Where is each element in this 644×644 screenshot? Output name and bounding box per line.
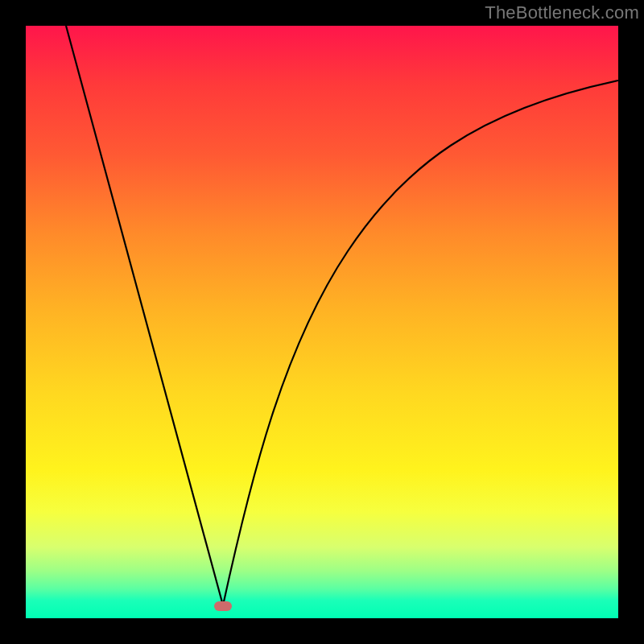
watermark: TheBottleneck.com [485,2,639,23]
optimal-marker [214,601,232,611]
plot-area [26,26,618,618]
curve-left-branch [66,26,223,605]
bottleneck-curve [26,26,618,618]
curve-right-branch [223,80,618,605]
chart-frame: TheBottleneck.com [0,0,644,644]
